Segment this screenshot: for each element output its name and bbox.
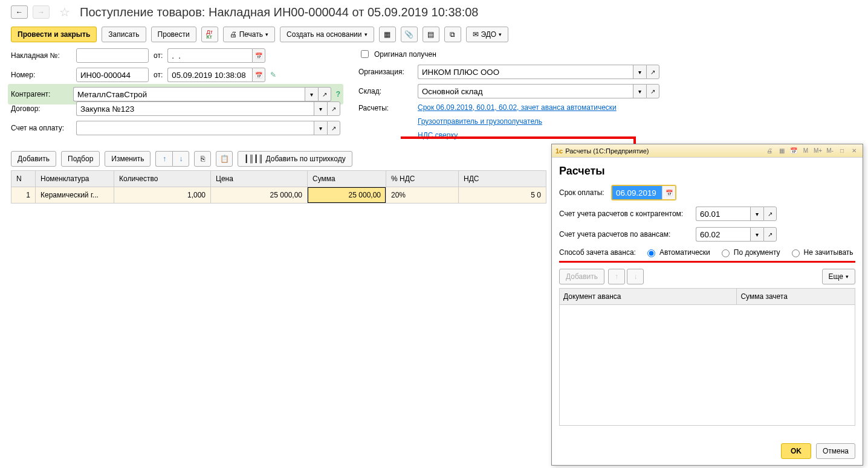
original-received-checkbox[interactable]: Оригинал получен [358,48,436,60]
report-button[interactable]: ▤ [423,27,439,42]
calendar-icon[interactable]: 📅 [252,48,265,63]
col-vat[interactable]: НДС [459,171,546,187]
add-row-button[interactable]: Добавить [11,151,56,167]
registers-button[interactable]: ▦ [379,27,396,42]
maximize-icon[interactable]: □ [837,146,847,156]
col-advance-doc[interactable]: Документ аванса [560,289,737,305]
move-up-button[interactable]: ↑ [155,151,172,167]
mplus-icon[interactable]: M+ [813,146,823,156]
open-icon-2[interactable]: ↗ [327,101,340,116]
warehouse-label: Склад: [358,87,413,95]
copy-button[interactable]: ⎘ [194,151,211,167]
date-input[interactable] [167,68,252,82]
open-icon-3[interactable]: ↗ [327,121,340,135]
dropdown-icon-2[interactable]: ▾ [314,101,327,116]
post-and-close-button[interactable]: Провести и закрыть [11,27,97,42]
open-icon[interactable]: ↗ [318,87,331,101]
attach-button[interactable]: 📎 [401,27,418,42]
nav-forward-button[interactable]: → [33,5,50,19]
edo-button[interactable]: ✉ ЭДО [466,27,509,42]
dropdown-icon[interactable]: ▾ [305,87,318,101]
dropdown-icon-4[interactable]: ▾ [633,65,646,79]
post-button[interactable]: Провести [151,27,196,42]
original-received-input[interactable] [361,50,369,58]
open-icon-4[interactable]: ↗ [646,65,659,79]
dropdown-icon-5[interactable]: ▾ [633,84,646,98]
calendar-icon-3[interactable]: 📅 [662,186,675,199]
struct-button[interactable]: ⧉ [444,27,461,42]
favorite-star-icon[interactable]: ☆ [59,5,70,19]
cell-price[interactable]: 25 000,00 [211,187,308,204]
table-row[interactable]: 1 Керамический г... 1,000 25 000,00 25 0… [11,187,546,204]
popup-heading: Расчеты [559,165,855,178]
open-icon-6[interactable]: ↗ [763,207,777,221]
calc-icon[interactable]: ▦ [777,146,786,156]
counterparty-input[interactable] [73,87,305,101]
popup-titlebar[interactable]: 1c Расчеты (1С:Предприятие) 🖨 ▦ 📅 M M+ M… [552,144,863,158]
close-icon[interactable]: ✕ [849,146,859,156]
shipper-link[interactable]: Грузоотправитель и грузополучатель [418,117,542,126]
calendar-tb-icon[interactable]: 📅 [789,146,798,156]
invoice-date-input[interactable] [167,48,252,63]
contract-input[interactable] [76,101,314,116]
vat-link[interactable]: НДС сверху [418,131,458,140]
cell-item[interactable]: Керамический г... [36,187,114,204]
mode-auto-label: Автоматически [659,248,710,257]
mode-none-radio[interactable]: Не зачитывать [789,248,853,257]
acct-adv-label: Счет учета расчетов по авансам: [559,230,692,239]
acct-adv-input[interactable] [696,227,750,242]
invoice-no-input[interactable] [76,48,149,63]
add-by-barcode-button[interactable]: ┃║┃║ Добавить по штрихкоду [238,151,352,167]
col-advance-sum[interactable]: Сумма зачета [737,289,855,305]
cell-vat-rate[interactable]: 20% [386,187,459,204]
dropdown-icon-6[interactable]: ▾ [750,207,763,221]
cell-vat[interactable]: 5 0 [459,187,546,204]
edit-row-button[interactable]: Изменить [105,151,151,167]
cell-sum[interactable]: 25 000,00 [308,187,386,204]
invoice-pay-input[interactable] [76,121,314,135]
acct-cp-input[interactable] [696,207,750,221]
cancel-button[interactable]: Отмена [816,443,855,459]
advance-docs-body[interactable] [559,305,855,426]
edit-date-icon[interactable]: ✎ [270,71,276,79]
col-item[interactable]: Номенклатура [36,171,114,187]
open-icon-7[interactable]: ↗ [763,227,777,242]
due-date-input[interactable] [612,186,662,199]
col-n[interactable]: N [11,171,36,187]
move-down-button[interactable]: ↓ [172,151,189,167]
col-vat-rate[interactable]: % НДС [386,171,459,187]
mode-none-label: Не зачитывать [804,248,853,257]
dropdown-icon-3[interactable]: ▾ [314,121,327,135]
paste-button[interactable]: 📋 [216,151,233,167]
popup-move-down-button[interactable]: ↓ [627,269,644,284]
col-sum[interactable]: Сумма [308,171,386,187]
warehouse-input[interactable] [418,84,633,98]
number-input[interactable] [76,68,149,82]
ok-button[interactable]: OK [781,443,811,459]
col-qty[interactable]: Количество [114,171,211,187]
calendar-icon-2[interactable]: 📅 [252,68,265,82]
dtkt-button[interactable]: ДтКт [201,27,218,42]
print-button[interactable]: 🖨 Печать [223,27,275,42]
mode-doc-radio[interactable]: По документу [719,248,780,257]
popup-more-button[interactable]: Еще [822,269,855,284]
cell-n[interactable]: 1 [11,187,36,204]
org-input[interactable] [418,65,633,79]
settlements-label: Расчеты: [358,104,413,112]
mminus-icon[interactable]: M- [825,146,835,156]
m-icon[interactable]: M [801,146,811,156]
pick-button[interactable]: Подбор [61,151,100,167]
col-price[interactable]: Цена [211,171,308,187]
nav-back-button[interactable]: ← [11,5,28,19]
print-icon[interactable]: 🖨 [765,146,774,156]
help-icon[interactable]: ? [336,90,340,98]
cell-qty[interactable]: 1,000 [114,187,211,204]
popup-add-button[interactable]: Добавить [559,269,604,284]
popup-move-up-button[interactable]: ↑ [608,269,625,284]
save-button[interactable]: Записать [102,27,146,42]
dropdown-icon-7[interactable]: ▾ [750,227,763,242]
settlements-link[interactable]: Срок 06.09.2019, 60.01, 60.02, зачет ава… [418,103,617,112]
mode-auto-radio[interactable]: Автоматически [644,248,710,257]
create-based-button[interactable]: Создать на основании [280,27,374,42]
open-icon-5[interactable]: ↗ [646,84,659,98]
